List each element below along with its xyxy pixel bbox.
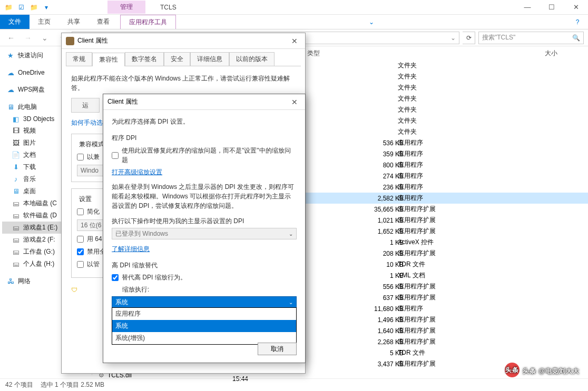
dpi-titlebar[interactable]: Client 属性 ✕ — [103, 94, 305, 110]
desktop-icon: 🖥 — [12, 187, 20, 196]
chevron-down-icon: ⌄ — [289, 231, 293, 237]
drive-icon: 🖴 — [12, 224, 20, 232]
chk-use-fix[interactable]: 使用此设置修复此程序的缩放问题，而不是"设置"中的缩放问题 — [112, 146, 297, 165]
file-type: TDR 文件 — [398, 260, 450, 269]
option-system[interactable]: 系统 — [112, 320, 296, 332]
maximize-button[interactable]: ☐ — [540, 0, 564, 15]
shield-icon: 🛡 — [71, 285, 77, 295]
option-app[interactable]: 应用程序 — [112, 308, 296, 320]
scaleby-combo[interactable]: 系统⌄ — [112, 296, 297, 308]
qat-dropdown-icon[interactable]: ▾ — [41, 2, 52, 13]
properties-close-button[interactable]: ✕ — [288, 36, 301, 46]
tab-home[interactable]: 主页 — [30, 15, 59, 29]
forward-button[interactable]: → — [21, 31, 35, 45]
cloud-icon: ☁ — [6, 86, 15, 94]
troubleshoot-button[interactable]: 运 — [71, 98, 100, 113]
file-size: 1 KB — [361, 239, 404, 246]
tab-apptools[interactable]: 应用程序工具 — [120, 15, 176, 29]
dpi-dialog: Client 属性 ✕ 为此程序选择高 DPI 设置。 程序 DPI 使用此设置… — [103, 94, 306, 363]
file-size: 274 KB — [361, 173, 404, 180]
file-type: 文件夹 — [398, 116, 450, 125]
file-size: 800 KB — [361, 162, 404, 169]
tab-file[interactable]: 文件 — [0, 15, 30, 29]
compat-intro: 如果此程序不能在这个版本的 Windows 上正常工作，请尝试运行兼容性疑难解答… — [71, 74, 296, 93]
minimize-button[interactable]: — — [515, 0, 540, 15]
back-button[interactable]: ← — [4, 31, 18, 45]
tab-general[interactable]: 常规 — [66, 52, 92, 66]
file-type: XML 文档 — [398, 271, 450, 280]
tab-prev[interactable]: 以前的版本 — [229, 52, 275, 66]
help-icon[interactable]: ? — [567, 15, 588, 29]
search-icon[interactable]: 🔍 — [572, 34, 580, 42]
refresh-button[interactable]: ⟳ — [463, 32, 475, 44]
file-size: 359 KB — [361, 151, 404, 158]
image-icon: 🖼 — [12, 139, 20, 147]
tab-security[interactable]: 安全 — [164, 52, 190, 66]
properties-titlebar[interactable]: Client 属性 ✕ — [62, 33, 305, 49]
tab-details[interactable]: 详细信息 — [190, 52, 229, 66]
ribbon-expand-icon[interactable]: ⌄ — [361, 15, 382, 29]
tab-share[interactable]: 共享 — [59, 15, 89, 29]
drive-icon: 🖴 — [12, 212, 20, 220]
file-type: 文件夹 — [398, 127, 450, 136]
file-size: 2,582 KB — [361, 195, 404, 202]
music-icon: ♪ — [12, 175, 20, 184]
search-placeholder: 搜索"TCLS" — [482, 33, 515, 42]
properties-title: Client 属性 — [77, 36, 108, 45]
chk-override[interactable]: 替代高 DPI 缩放行为。 — [112, 273, 297, 282]
drive-icon: 🖴 — [12, 260, 20, 268]
file-size: 236 KB — [361, 184, 404, 191]
file-type: 应用程序扩展 — [398, 205, 450, 214]
dpi-when-combo: 已登录到 Windows⌄ — [112, 228, 297, 239]
network-icon: 🖧 — [6, 277, 15, 286]
file-type: 文件夹 — [398, 105, 450, 114]
dpi-title: Client 属性 — [107, 97, 138, 106]
folder-icon: 📁 — [3, 2, 14, 13]
watermark-badge-icon: 头条 — [505, 363, 520, 377]
window-titlebar: 📁 ☑ 📁 ▾ 管理 TCLS — ☐ ✕ — [0, 0, 588, 15]
file-size: 1,496 KB — [361, 316, 404, 324]
recent-dropdown[interactable]: ⌄ — [38, 31, 52, 45]
tab-compat[interactable]: 兼容性 — [92, 53, 125, 66]
file-type: 应用程序 — [398, 183, 450, 192]
search-box[interactable]: 搜索"TCLS" 🔍 — [478, 32, 584, 44]
file-type: 应用程序 — [398, 194, 450, 203]
dpi-body: 为此程序选择高 DPI 设置。 程序 DPI 使用此设置修复此程序的缩放问题，而… — [103, 110, 305, 352]
file-type: 文件夹 — [398, 94, 450, 103]
file-type: 文件夹 — [398, 83, 450, 92]
window-controls: — ☐ ✕ — [515, 0, 588, 15]
file-size: 3,437 KB — [361, 360, 404, 368]
file-type: 应用程序 — [398, 138, 450, 147]
close-button[interactable]: ✕ — [564, 0, 588, 15]
scaleby-options: 应用程序 系统 系统(增强) — [112, 307, 297, 345]
scaleby-label: 缩放执行: — [122, 285, 297, 294]
pc-icon: 🖥 — [6, 103, 15, 112]
dpi-buttons: 取消 — [258, 343, 297, 355]
dpi-use-when-label: 执行以下操作时使用为我的主显示器设置的 DPI — [112, 217, 297, 226]
watermark: 头条头条 @电竞刘大大 — [505, 363, 580, 377]
file-size: 5 KB — [361, 349, 404, 357]
file-type: 应用程序扩展 — [398, 227, 450, 236]
adv-scaling-link[interactable]: 打开高级缩放设置 — [112, 168, 297, 177]
drive-icon: 🖴 — [12, 236, 20, 244]
file-size: 1,652 KB — [361, 228, 404, 235]
col-type[interactable]: 类型 — [303, 49, 324, 58]
dpi-explainer: 如果在登录到 Windows 之后主显示器的 DPI 发生更改，则程序可能看起来… — [112, 182, 297, 210]
tab-sign[interactable]: 数字签名 — [125, 52, 164, 66]
file-type: ActiveX 控件 — [398, 238, 450, 247]
learn-more-link[interactable]: 了解详细信息 — [112, 245, 297, 254]
col-size[interactable]: 大小 — [541, 49, 562, 58]
dpi-close-button[interactable]: ✕ — [288, 97, 301, 107]
checkbox-icon[interactable]: ☑ — [16, 2, 26, 13]
file-type: TDR 文件 — [398, 348, 450, 357]
tab-view[interactable]: 查看 — [89, 15, 118, 29]
cube-icon: ◧ — [12, 115, 20, 123]
file-size: 11,680 KB — [361, 305, 404, 313]
address-dropdown-icon[interactable]: ⌄ — [450, 34, 456, 42]
file-type: 应用程序 — [398, 161, 450, 169]
file-type: 应用程序 — [398, 149, 450, 158]
cancel-button[interactable]: 取消 — [258, 343, 297, 355]
drive-icon: 🖴 — [12, 199, 20, 208]
file-type: 应用程序扩展 — [398, 293, 450, 302]
contextual-tab-label: 管理 — [107, 1, 145, 14]
